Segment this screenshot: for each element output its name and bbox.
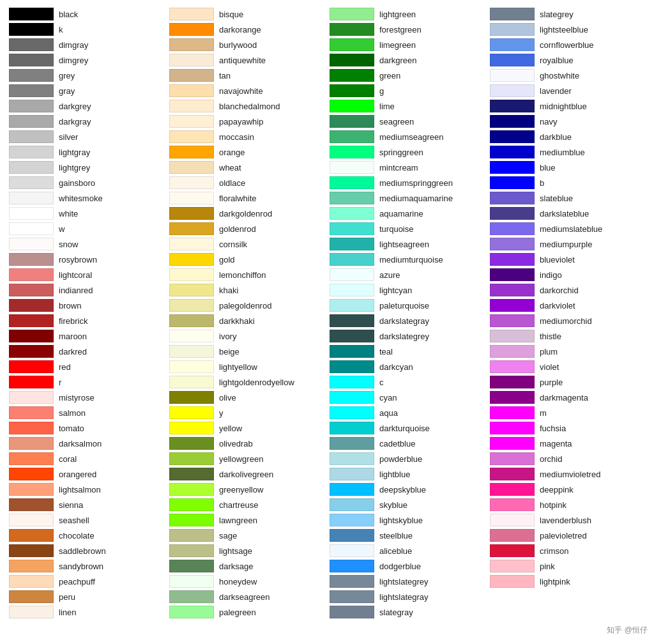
color-row: oldlace <box>167 175 327 190</box>
color-row: lightpink <box>487 574 648 589</box>
color-swatch <box>330 376 374 388</box>
color-swatch <box>490 284 535 296</box>
color-swatch <box>490 146 535 158</box>
color-row: cyan <box>327 390 487 405</box>
color-row: darksalmon <box>6 436 167 451</box>
color-swatch <box>490 238 535 250</box>
color-row: m <box>487 405 648 420</box>
color-name-label: deeppink <box>540 485 574 494</box>
color-swatch <box>330 606 374 618</box>
color-name-label: gold <box>219 255 235 264</box>
color-name-label: grey <box>59 71 75 80</box>
color-swatch <box>490 100 535 112</box>
color-swatch <box>490 360 535 373</box>
color-swatch <box>169 253 214 266</box>
color-row: lightcoral <box>6 267 167 282</box>
color-row: lightslategray <box>327 589 487 604</box>
color-swatch <box>330 529 374 542</box>
color-swatch <box>330 146 374 158</box>
color-row: cornsilk <box>167 236 327 252</box>
color-name-label: blanchedalmond <box>219 102 280 111</box>
color-name-label: darkgreen <box>379 56 417 65</box>
color-name-label: red <box>59 362 71 372</box>
color-row: dimgray <box>6 37 167 52</box>
color-name-label: ivory <box>219 332 236 341</box>
color-row: lightsteelblue <box>487 22 648 37</box>
color-row: lightgreen <box>327 6 487 22</box>
color-swatch <box>490 590 535 603</box>
color-swatch <box>330 422 374 434</box>
color-swatch <box>490 406 535 419</box>
color-swatch <box>169 314 214 327</box>
color-name-label: mediumpurple <box>540 240 592 249</box>
color-name-label: lightgray <box>59 148 90 157</box>
color-name-label: lightsalmon <box>59 485 101 494</box>
color-name-label: darkslateblue <box>540 209 589 218</box>
color-name-label: darksalmon <box>59 439 102 448</box>
color-name-label: deepskyblue <box>379 485 426 494</box>
color-swatch <box>330 84 374 97</box>
color-name-label: green <box>379 71 400 80</box>
color-row: indigo <box>487 267 648 282</box>
color-row: lightcyan <box>327 282 487 298</box>
color-row: lightgray <box>6 144 167 160</box>
color-row: fuchsia <box>487 420 648 436</box>
color-name-label: powderblue <box>379 454 422 464</box>
color-row: greenyellow <box>167 482 327 497</box>
color-row: lavenderblush <box>487 512 648 528</box>
color-swatch <box>9 146 54 158</box>
color-name-label: darkorchid <box>540 286 579 295</box>
color-name-label: darkgoldenrod <box>219 209 272 218</box>
color-swatch <box>490 422 535 434</box>
color-grid: blackkdimgraydimgreygreygraydarkgreydark… <box>6 6 648 620</box>
color-row: chocolate <box>6 528 167 543</box>
color-swatch <box>490 345 535 358</box>
color-row: olivedrab <box>167 436 327 451</box>
color-row: magenta <box>487 436 648 451</box>
color-name-label: darkviolet <box>540 301 575 310</box>
color-swatch <box>330 575 374 588</box>
color-swatch <box>330 161 374 174</box>
color-name-label: darkcyan <box>379 362 413 372</box>
color-row: white <box>6 206 167 221</box>
color-row: slateblue <box>487 190 648 206</box>
color-swatch <box>169 176 214 189</box>
color-swatch <box>490 452 535 465</box>
color-row: orange <box>167 144 327 160</box>
color-name-label: mistyrose <box>59 393 95 402</box>
color-name-label: lawngreen <box>219 516 257 525</box>
color-row: lemonchiffon <box>167 267 327 282</box>
color-name-label: lightgoldenrodyellow <box>219 378 294 387</box>
color-row: springgreen <box>327 144 487 160</box>
color-name-label: palevioletred <box>540 531 587 540</box>
color-row: peru <box>6 589 167 604</box>
color-name-label: lightgreen <box>379 10 416 19</box>
color-swatch <box>330 284 374 296</box>
color-row: pink <box>487 558 648 574</box>
color-row: forestgreen <box>327 22 487 37</box>
color-row: darkgray <box>6 114 167 129</box>
color-name-label: royalblue <box>540 56 574 65</box>
color-row: mediumvioletred <box>487 466 648 482</box>
color-row: lime <box>327 98 487 114</box>
color-row: lightsage <box>167 543 327 558</box>
color-name-label: palegreen <box>219 608 256 617</box>
color-name-label: orchid <box>540 454 562 464</box>
color-swatch <box>169 575 214 588</box>
color-swatch <box>330 391 374 404</box>
color-swatch <box>330 468 374 480</box>
color-swatch <box>490 483 535 496</box>
color-swatch <box>9 238 54 250</box>
color-swatch <box>490 38 535 51</box>
color-name-label: yellow <box>219 424 242 433</box>
color-swatch <box>330 406 374 419</box>
color-column-2: lightgreenforestgreenlimegreendarkgreeng… <box>327 6 487 620</box>
color-swatch <box>9 84 54 97</box>
color-name-label: honeydew <box>219 577 257 586</box>
color-swatch <box>169 483 214 496</box>
color-swatch <box>330 54 374 66</box>
color-row: palevioletred <box>487 528 648 543</box>
color-swatch <box>490 437 535 450</box>
color-row: ivory <box>167 328 327 344</box>
color-swatch <box>330 514 374 526</box>
